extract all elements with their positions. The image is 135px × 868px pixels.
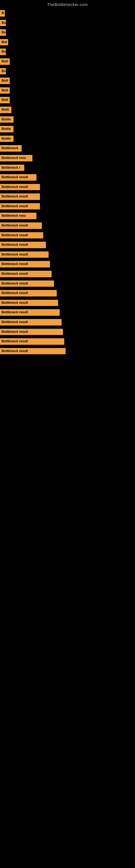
bar-label: Bottleneck result <box>0 319 61 326</box>
bar-row: Bottleneck result <box>0 317 135 327</box>
bar-row: Bottleneck result <box>0 230 135 240</box>
bar-label: Bo <box>0 29 6 36</box>
bar-label: Bott <box>0 97 10 103</box>
bar-label: Bottleneck result <box>0 271 52 277</box>
bar-row: Bottleneck result <box>0 269 135 279</box>
bar-label: Bottleneck result <box>0 261 50 268</box>
bar-row: Bottleneck result <box>0 288 135 298</box>
bar-row: Bottl <box>0 105 135 115</box>
bar-row: Bo <box>0 28 135 37</box>
bar-label: Bott <box>0 78 10 84</box>
bar-label: Bottleneck result <box>0 290 57 297</box>
bar-label: Bottleneck result <box>0 193 40 200</box>
bar-row: Bo <box>0 47 135 57</box>
bar-label: Bo <box>0 20 6 26</box>
bar-row: Bottleneck result <box>0 182 135 192</box>
bar-row: Bottleneck result <box>0 250 135 259</box>
bar-label: Bottleneck result <box>0 309 60 316</box>
bar-row: Bottleneck result <box>0 221 135 230</box>
site-title: TheBottlenecker.com <box>0 0 135 8</box>
bar-row: B <box>0 8 135 18</box>
bar-label: Bo <box>0 68 6 74</box>
bar-row: Bottleneck result <box>0 192 135 202</box>
bar-label: B <box>0 10 5 17</box>
bar-row: Bottleneck <box>0 144 135 153</box>
bar-label: Bottle <box>0 135 13 142</box>
bar-label: Bottleneck <box>0 145 21 152</box>
bar-label: Bottleneck resu <box>0 213 37 219</box>
bar-row: Bott <box>0 86 135 95</box>
bar-label: Bottleneck result <box>0 242 46 248</box>
bar-row: Bottleneck result <box>0 240 135 250</box>
bar-label: Bottleneck result <box>0 280 54 287</box>
bar-row: Bo <box>0 18 135 28</box>
bar-label: Bottleneck result <box>0 329 63 335</box>
bar-row: Bot <box>0 37 135 47</box>
bar-row: Bottleneck r <box>0 163 135 173</box>
bar-label: Bottleneck result <box>0 222 42 229</box>
bar-label: Bottleneck result <box>0 300 58 306</box>
bar-label: Bottleneck r <box>0 165 24 171</box>
bar-row: Bottleneck resu <box>0 153 135 163</box>
bar-row: Bott <box>0 57 135 66</box>
bar-label: Bottleneck result <box>0 174 37 181</box>
bar-label: Bottleneck result <box>0 232 43 239</box>
bar-row: Bottle <box>0 124 135 134</box>
bar-row: Bott <box>0 76 135 86</box>
bar-row: Bottleneck resu <box>0 211 135 221</box>
bars-container: BBoBoBotBoBottBoBottBottBottBottlBottleB… <box>0 8 135 356</box>
bar-label: Bottleneck result <box>0 251 49 258</box>
bar-label: Bottleneck result <box>0 338 64 345</box>
bar-label: Bottleneck result <box>0 348 65 354</box>
bar-label: Bottleneck result <box>0 184 40 190</box>
bar-row: Bottleneck result <box>0 337 135 346</box>
bar-row: Bottleneck result <box>0 298 135 308</box>
bar-label: Bottleneck result <box>0 203 40 210</box>
bar-row: Bo <box>0 66 135 76</box>
bar-row: Bottleneck result <box>0 202 135 211</box>
bar-label: Bottle <box>0 126 13 132</box>
bar-row: Bottle <box>0 134 135 144</box>
bar-label: Bottleneck resu <box>0 155 32 161</box>
bar-label: Bott <box>0 87 10 94</box>
bar-row: Bottleneck result <box>0 259 135 269</box>
bar-label: Bott <box>0 58 10 65</box>
bar-row: Bott <box>0 95 135 105</box>
bar-row: Bottleneck result <box>0 308 135 317</box>
bar-label: Bo <box>0 49 6 55</box>
bar-row: Bottleneck result <box>0 346 135 356</box>
bar-label: Bottl <box>0 106 11 113</box>
bar-row: Bottleneck result <box>0 173 135 182</box>
bar-row: Bottleneck result <box>0 327 135 337</box>
bar-label: Bottle <box>0 116 13 123</box>
bar-label: Bot <box>0 39 8 45</box>
bar-row: Bottle <box>0 115 135 124</box>
bar-row: Bottleneck result <box>0 279 135 289</box>
